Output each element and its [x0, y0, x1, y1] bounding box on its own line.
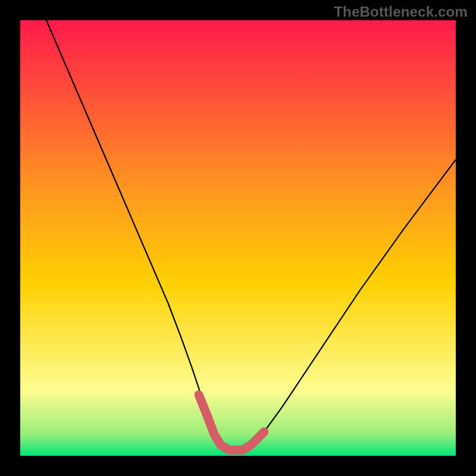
plot-background — [20, 20, 456, 456]
watermark-text: TheBottleneck.com — [334, 4, 468, 20]
bottleneck-plot — [0, 0, 476, 476]
chart-frame: TheBottleneck.com — [0, 0, 476, 476]
